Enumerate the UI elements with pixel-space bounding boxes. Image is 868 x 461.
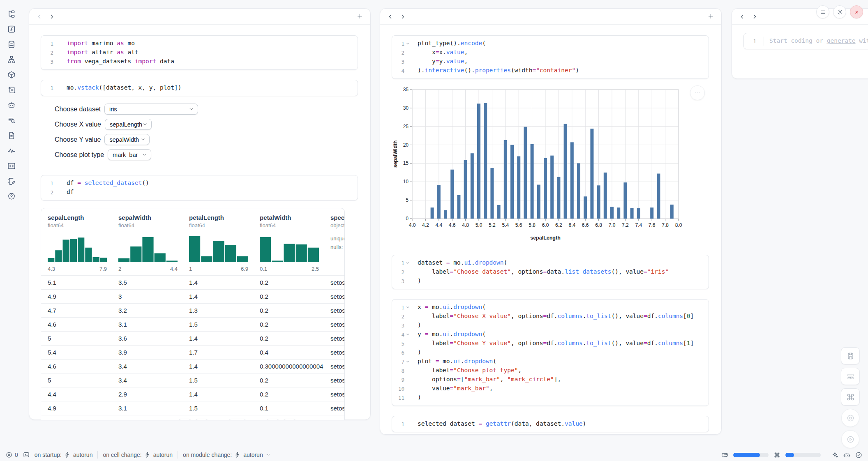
choose-y-value-select[interactable]: sepalWidth [104,134,150,145]
chat-bot-icon[interactable] [7,101,16,109]
package-icon[interactable] [7,71,16,79]
table-row[interactable]: 5.13.51.40.2setosa [41,275,344,289]
column-histogram[interactable] [260,233,324,264]
add-column-button[interactable] [356,13,364,20]
runtime-config-item[interactable]: on cell change:autorun [103,452,173,458]
column-move-right-button[interactable] [399,13,406,20]
code-editor-df[interactable]: 1df = selected_dataset()2df [41,175,358,201]
shutdown-button[interactable] [850,5,863,18]
column-move-left-button[interactable] [387,13,394,20]
last-page-button[interactable] [283,419,296,420]
tracing-icon[interactable] [7,147,16,155]
column-move-right-button[interactable] [751,13,758,20]
table-column-header[interactable]: sepalLengthfloat644.37.9 [41,214,112,272]
collapse-chevron-icon[interactable] [404,357,411,366]
table-column-header[interactable]: petalLengthfloat6416.9 [182,214,253,272]
vstack-output: Choose datasetirisChoose X valuesepalLen… [41,96,358,165]
collapse-chevron-icon[interactable] [404,330,411,339]
stop-kernel-button[interactable] [841,409,859,427]
table-row[interactable]: 4.63.41.40.30000000000000004setosa [41,359,344,373]
new-cell-editor[interactable]: 1Start coding or generate with [743,33,868,49]
code-editor-plot[interactable]: 1plot_type().encode(2 x=x.value,3 y=y.va… [392,35,709,79]
altair-chart[interactable]: 4.04.24.44.64.85.05.25.45.65.86.06.26.46… [392,85,709,245]
function-square-icon[interactable] [7,25,16,33]
dependency-graph-icon[interactable] [7,55,16,64]
add-column-button[interactable] [707,13,715,20]
chart-actions-button[interactable] [690,85,705,100]
dataframe-table: sepalLengthfloat644.37.9sepalWidthfloat6… [41,208,345,420]
table-column-header[interactable]: petalWidthfloat640.12.5 [253,214,324,272]
column-histogram[interactable] [189,233,253,264]
table-row[interactable]: 4.93.11.50.1setosa [41,401,344,415]
svg-text:35: 35 [403,87,409,92]
terminal-button[interactable] [23,452,30,458]
collapse-chevron-icon[interactable] [404,258,411,267]
column-move-left-button[interactable] [739,13,746,20]
table-row[interactable]: 53.41.50.2setosa [41,373,344,387]
save-button[interactable] [841,347,860,364]
choose-x-value-select[interactable]: sepalLength [105,119,152,130]
scratchpad-icon[interactable] [7,177,16,185]
settings-button[interactable] [833,5,846,18]
prev-page-button[interactable] [195,419,208,420]
doc-search-icon[interactable] [7,116,16,124]
table-cell: 5.1 [41,279,112,286]
table-row[interactable]: 5.43.91.70.4setosa [41,345,344,359]
column-move-right-button[interactable] [48,13,55,20]
table-row[interactable]: 4.63.11.50.2setosa [41,317,344,331]
table-body: 5.13.51.40.2setosa4.931.40.2setosa4.73.2… [41,275,344,415]
table-column-header[interactable]: speciesobjectunique:nulls: [324,214,344,272]
code-editor-vstack[interactable]: 1mo.vstack([dataset, x, y, plot]) [41,80,358,96]
column-move-left-button[interactable] [36,13,43,20]
table-row[interactable]: 53.61.40.2setosa [41,331,344,345]
code-line: 2df [41,188,358,197]
table-cell: 3.6 [112,335,182,342]
connection-status-button[interactable] [855,452,862,459]
snippets-icon[interactable] [7,131,16,140]
layout-button[interactable] [841,368,860,385]
error-indicator[interactable]: 0 [6,452,18,458]
gutter-spacer [404,384,411,393]
column-histogram[interactable] [118,233,182,264]
collapse-chevron-icon[interactable] [404,303,411,312]
svg-text:6.4: 6.4 [568,222,575,228]
database-icon[interactable] [7,40,16,48]
help-icon[interactable] [7,192,16,201]
table-row[interactable]: 4.42.91.40.2setosa [41,387,344,401]
code-line: 1import marimo as mo [41,39,358,48]
collapse-chevron-icon[interactable] [404,39,411,48]
runtime-config-item[interactable]: on startup:autorun [35,452,93,458]
first-page-button[interactable] [178,419,192,420]
code-editor-selected-dataset[interactable]: 1selected_dataset = getattr(data, datase… [392,416,709,432]
table-cell: 4.4 [41,391,112,398]
svg-text:6.6: 6.6 [582,222,589,228]
choose-plot-type-select[interactable]: mark_bar [108,149,151,160]
table-cell: 2.9 [112,391,182,398]
table-row[interactable]: 4.931.40.2setosa [41,289,344,303]
code-block-icon[interactable] [7,162,16,170]
menu-button[interactable] [816,5,829,18]
page-select[interactable]: 1 [229,419,247,420]
terminal-icon [23,452,30,458]
table-cell: 3.5 [112,279,182,286]
table-column-header[interactable]: sepalWidthfloat6424.4 [112,214,182,272]
runtime-config-item[interactable]: on module change:autorun [183,452,271,458]
code-line: 5 label="Choose Y value", options=df.col… [392,339,709,348]
next-page-button[interactable] [266,419,279,420]
assistant-bot-button[interactable] [843,452,850,459]
table-cell: 5.4 [41,349,112,356]
code-editor-dataset[interactable]: 1dataset = mo.ui.dropdown(2 label="Choos… [392,255,709,289]
table-row[interactable]: 4.73.21.30.2setosa [41,303,344,317]
table-cell: 0.30000000000000004 [253,363,324,370]
file-tree-icon[interactable] [7,10,16,18]
run-all-button[interactable] [841,430,859,448]
table-cell: 0.4 [253,349,324,356]
keyboard-shortcuts-button[interactable] [841,388,860,406]
code-editor-xyplot[interactable]: 1x = mo.ui.dropdown(2 label="Choose X va… [392,299,709,406]
ai-sparkles-button[interactable] [831,452,838,459]
code-editor-imports[interactable]: 1import marimo as mo2import altair as al… [41,35,358,70]
table-footer: 150 rows, 5 columns Page 1 of 15 [41,415,344,420]
choose-dataset-select[interactable]: iris [104,104,198,115]
column-histogram[interactable] [48,233,112,264]
scroll-icon[interactable] [7,86,16,94]
